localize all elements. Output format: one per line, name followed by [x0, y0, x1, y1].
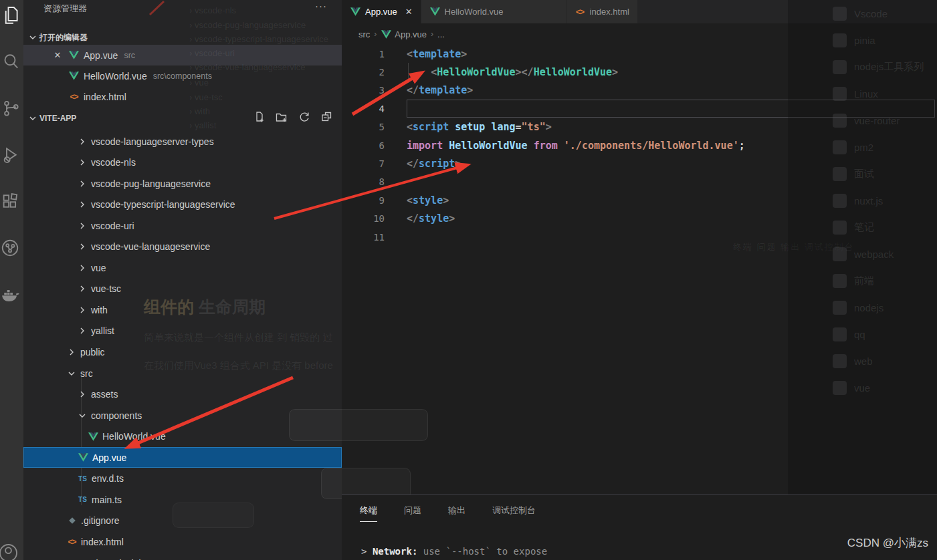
- tree-item-label: yallist: [91, 325, 114, 336]
- breadcrumb-item[interactable]: App.vue: [381, 29, 427, 39]
- chevron-down-icon: [77, 410, 88, 421]
- account-icon[interactable]: [0, 540, 21, 560]
- ghost-list-item: 笔记: [788, 214, 937, 241]
- ts-icon: TS: [77, 495, 88, 505]
- tree-item-vscode-vue-languageservice[interactable]: vscode-vue-languageservice: [23, 237, 342, 257]
- tab-label: App.vue: [365, 7, 397, 17]
- tree-item-label: App.vue: [92, 452, 126, 463]
- chevron-right-icon: ›: [374, 29, 377, 39]
- ghost-list-item: pinia: [788, 27, 937, 53]
- chevron-right-icon: [77, 241, 88, 252]
- tab-index.html[interactable]: <>index.html: [566, 0, 638, 23]
- breadcrumb-item[interactable]: src: [358, 29, 370, 39]
- tab-App.vue[interactable]: App.vue✕: [342, 0, 421, 23]
- ghost-tree-echo: › vue: [189, 78, 209, 88]
- project-label: VITE-APP: [39, 114, 76, 123]
- ghost-tree-echo: › with: [189, 106, 210, 116]
- tree-item-App.vue[interactable]: App.vue: [23, 447, 342, 468]
- ghost-tree-echo: › vscode-nls: [189, 5, 236, 15]
- ghost-item-icon: [833, 7, 847, 21]
- tree-item-label: index.html: [81, 537, 124, 547]
- tree-item-vue[interactable]: vue: [23, 257, 342, 278]
- panel-terminal: 终端问题输出调试控制台 > Network: use `--host` to e…: [342, 495, 937, 560]
- ghost-item-icon: [833, 194, 847, 208]
- chevron-right-icon: [66, 347, 77, 358]
- tree-item-label: with: [91, 305, 108, 315]
- tree-item-assets[interactable]: assets: [23, 384, 342, 405]
- chevron-right-icon: [77, 325, 88, 336]
- panel-tab-终端[interactable]: 终端: [360, 505, 377, 522]
- ghost-item-icon: [833, 381, 847, 395]
- chevron-down-icon: [27, 113, 38, 124]
- chevron-right-icon: [77, 221, 88, 231]
- line-number: 6: [342, 140, 385, 151]
- chevron-down-icon: [66, 368, 77, 379]
- activity-bar: [0, 0, 23, 560]
- ghost-item-icon: [833, 247, 847, 261]
- explorer-sidebar: 资源管理器 ··· 打开的编辑器 ✕App.vuesrc✕HelloWorld.…: [23, 0, 342, 560]
- ghost-item-icon: [833, 87, 847, 101]
- ghost-item-icon: [833, 301, 847, 315]
- line-number: 7: [342, 158, 385, 169]
- tree-item-vscode-nls[interactable]: vscode-nls: [23, 152, 342, 173]
- source-control-icon[interactable]: [0, 96, 21, 119]
- files-icon[interactable]: [0, 3, 21, 25]
- tree-item-label: package-lock.json: [81, 558, 156, 560]
- ghost-tree-echo: › vscode-uri: [189, 48, 235, 58]
- ghost-item-icon: [833, 114, 847, 128]
- tree-item-vscode-pug-languageservice[interactable]: vscode-pug-languageservice: [23, 173, 342, 194]
- ts-icon: TS: [77, 473, 88, 484]
- tree-item-env.d.ts[interactable]: TSenv.d.ts: [23, 468, 342, 489]
- chevron-right-icon: [77, 263, 88, 273]
- ghost-item-icon: [833, 327, 847, 341]
- ghost-tree-echo: › vue-tsc: [189, 92, 223, 102]
- ghost-button: [289, 409, 428, 441]
- panel-tab-调试控制台[interactable]: 调试控制台: [492, 505, 536, 522]
- ghost-list-item: Vscode: [788, 0, 937, 27]
- search-icon[interactable]: [0, 49, 21, 72]
- chevron-down-icon: [27, 32, 38, 43]
- tree-item-label: components: [91, 410, 142, 421]
- run-debug-icon[interactable]: [0, 143, 21, 166]
- explorer-title: 资源管理器: [43, 3, 87, 15]
- ghost-item-icon: [833, 221, 847, 235]
- breadcrumb-item[interactable]: ...: [437, 29, 445, 39]
- new-folder-icon[interactable]: [274, 110, 288, 126]
- vue-icon: [78, 452, 89, 463]
- chevron-right-icon: [77, 178, 88, 189]
- extensions-icon[interactable]: [0, 190, 21, 213]
- refresh-icon[interactable]: [297, 110, 311, 126]
- open-editors-label: 打开的编辑器: [39, 32, 88, 43]
- tree-item-index.html[interactable]: <>index.html: [23, 531, 342, 552]
- panel-tab-输出[interactable]: 输出: [448, 505, 465, 522]
- open-editor-index.html[interactable]: ✕<>index.html: [23, 86, 342, 107]
- tree-item-vscode-languageserver-types[interactable]: vscode-languageserver-types: [23, 131, 342, 152]
- tree-item-vscode-uri[interactable]: vscode-uri: [23, 215, 342, 236]
- new-file-icon[interactable]: [251, 110, 266, 126]
- vue-icon: [381, 29, 392, 39]
- close-icon[interactable]: ✕: [405, 7, 413, 17]
- vscode-window: App.vue✕HelloWorld.vue<>index.html src›A…: [0, 0, 937, 560]
- html-icon: <>: [66, 537, 78, 547]
- ghost-heading: 组件的 生命周期: [144, 296, 266, 318]
- tree-item-label: vscode-vue-languageservice: [91, 241, 210, 252]
- tab-HelloWorld.vue[interactable]: HelloWorld.vue: [421, 0, 566, 23]
- panel-tab-问题[interactable]: 问题: [404, 505, 421, 522]
- chevron-right-icon: [77, 157, 88, 168]
- more-actions-icon[interactable]: ···: [315, 0, 327, 11]
- tree-item-label: vscode-pug-languageservice: [91, 178, 211, 189]
- tree-item-label: vscode-languageserver-types: [91, 136, 214, 147]
- ghost-tree-echo: › vscode-pug-languageservice: [189, 20, 306, 30]
- close-icon[interactable]: ✕: [52, 50, 63, 60]
- collapse-all-icon[interactable]: [320, 110, 334, 126]
- remote-icon[interactable]: [0, 237, 21, 259]
- tab-label: HelloWorld.vue: [445, 7, 504, 17]
- tree-item-vscode-typescript-languageservice[interactable]: vscode-typescript-languageservice: [23, 194, 342, 215]
- line-number: 2: [342, 67, 385, 78]
- tree-item-label: public: [80, 347, 105, 358]
- tree-item-package-lock.json[interactable]: {}package-lock.json: [23, 553, 342, 560]
- docker-icon[interactable]: [0, 283, 21, 306]
- vue-icon: [68, 71, 80, 82]
- ghost-item-icon: [833, 354, 847, 368]
- chevron-right-icon: [77, 199, 88, 210]
